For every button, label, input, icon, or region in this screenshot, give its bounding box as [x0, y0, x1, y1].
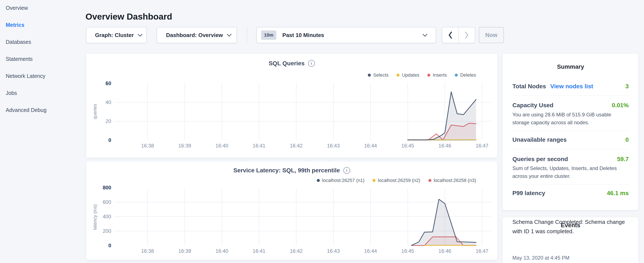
now-button[interactable]: Now [479, 27, 504, 43]
divider [512, 131, 629, 131]
x-axis-tick-label: 16:46 [430, 143, 460, 149]
legend-label: Selects [373, 72, 388, 78]
legend-item: Selects [368, 72, 388, 78]
summary-title: Summary [502, 63, 638, 70]
x-axis-tick-label: 16:45 [393, 248, 423, 254]
chart-legend: localhost:26257 (n1)localhost:26259 (n2)… [317, 178, 476, 183]
sidebar-item-advanced-debug[interactable]: Advanced Debug [6, 106, 46, 114]
y-axis-unit-label: queries [92, 104, 98, 119]
chevron-down-icon [423, 32, 428, 37]
queries-per-second-description: Sum of Selects, Updates, Inserts, and De… [512, 164, 628, 180]
event-timestamp: May 13, 2020 at 4:45 PM [512, 255, 569, 261]
chevron-right-icon [464, 31, 469, 39]
legend-label: localhost:26258 (n3) [434, 178, 476, 183]
x-axis-tick-label: 16:43 [318, 248, 348, 254]
legend-item: localhost:26259 (n2) [372, 178, 420, 183]
x-axis-tick-label: 16:44 [356, 248, 386, 254]
divider [512, 184, 629, 185]
legend-label: Deletes [460, 72, 476, 78]
x-axis-tick-label: 16:43 [318, 143, 348, 149]
capacity-used-description: You are using 28.6 MiB of 515.9 GiB usab… [512, 111, 628, 126]
chevron-left-icon [448, 31, 453, 39]
queries-per-second-value: 59.7 [617, 156, 629, 163]
y-axis-tick-label: 40 [88, 99, 111, 106]
x-axis-tick-label: 16:41 [244, 248, 274, 254]
legend-dot-icon [427, 74, 430, 77]
y-axis-tick-label: 0 [88, 137, 111, 144]
x-axis-tick-label: 16:39 [170, 248, 200, 254]
legend-dot-icon [396, 74, 400, 77]
legend-label: localhost:26259 (n2) [378, 178, 420, 183]
x-axis-tick-label: 16:41 [244, 143, 274, 149]
legend-item: Updates [396, 72, 419, 78]
legend-dot-icon [317, 179, 320, 182]
info-icon[interactable]: i [308, 60, 315, 67]
legend-dot-icon [455, 74, 458, 77]
x-axis-tick-label: 16:45 [393, 143, 423, 149]
events-panel: Events Schema Change Completed: Schema c… [502, 217, 639, 263]
chart-legend: SelectsUpdatesInsertsDeletes [368, 72, 476, 78]
sidebar-item-overview[interactable]: Overview [6, 4, 28, 12]
view-nodes-list-link[interactable]: View nodes list [550, 83, 593, 90]
time-range-badge: 10m [261, 31, 276, 40]
x-axis-tick-label: 16:40 [207, 143, 237, 149]
graph-dropdown[interactable]: Graph: Cluster [86, 27, 147, 43]
queries-per-second-label: Queries per second [512, 156, 568, 163]
x-axis-tick-label: 16:39 [170, 143, 200, 149]
sidebar-item-jobs[interactable]: Jobs [6, 89, 17, 97]
chevron-down-icon [227, 32, 232, 37]
service-latency-chart-card: Service Latency: SQL, 99th percentile i … [86, 161, 498, 260]
time-range-selector[interactable]: 10m Past 10 Minutes [256, 27, 436, 43]
total-nodes-label: Total NodesView nodes list [512, 83, 593, 90]
unavailable-ranges-label: Unavailable ranges [512, 136, 566, 143]
summary-panel: Summary Total NodesView nodes list 3 Cap… [502, 53, 639, 210]
y-axis-tick-label: 0 [88, 242, 111, 249]
sql-queries-plot: 020406016:3816:3916:4016:4116:4216:4316:… [113, 81, 496, 151]
legend-item: localhost:26257 (n1) [317, 178, 364, 183]
x-axis-tick-label: 16:44 [356, 143, 386, 149]
p99-latency-value: 46.1 ms [607, 190, 629, 197]
chart-canvas [113, 187, 496, 252]
y-axis-tick-label: 20 [88, 118, 111, 125]
x-axis-tick-label: 16:47 [467, 248, 497, 254]
p99-latency-label: P99 latency [512, 190, 545, 197]
y-axis-tick-label: 60 [88, 80, 111, 87]
info-icon[interactable]: i [343, 167, 350, 174]
x-axis-tick-label: 16:42 [281, 248, 311, 254]
chart-title: Service Latency: SQL, 99th percentile [233, 167, 340, 174]
page-title: Overview Dashboard [86, 12, 172, 22]
time-range-label: Past 10 Minutes [282, 32, 324, 39]
sidebar-item-databases[interactable]: Databases [6, 38, 31, 46]
unavailable-ranges-value: 0 [625, 136, 629, 143]
dashboard-dropdown[interactable]: Dashboard: Overview [157, 27, 237, 43]
sidebar-item-metrics[interactable]: Metrics [6, 21, 24, 29]
y-axis-tick-label: 200 [88, 228, 111, 234]
legend-label: Updates [402, 72, 419, 78]
next-time-button[interactable] [458, 28, 475, 43]
prev-time-button[interactable] [442, 28, 458, 43]
time-pager [442, 27, 475, 43]
chart-title: SQL Queries [268, 60, 304, 67]
y-axis-tick-label: 600 [88, 199, 111, 205]
chart-canvas [113, 81, 496, 147]
sidebar-item-statements[interactable]: Statements [6, 55, 32, 63]
dashboard-dropdown-label: Dashboard: Overview [166, 32, 223, 39]
legend-item: localhost:26258 (n3) [428, 178, 476, 183]
chevron-down-icon [138, 32, 143, 37]
legend-dot-icon [372, 179, 376, 182]
event-text: Schema Change Completed: Schema change w… [512, 217, 626, 236]
divider [512, 149, 629, 149]
sidebar-item-network-latency[interactable]: Network Latency [6, 72, 45, 80]
legend-dot-icon [368, 74, 371, 77]
legend-label: Inserts [433, 72, 447, 78]
legend-item: Deletes [455, 72, 476, 78]
legend-label: localhost:26257 (n1) [322, 178, 364, 183]
x-axis-tick-label: 16:47 [467, 143, 497, 149]
toolbar-divider [247, 27, 247, 43]
service-latency-plot: 020040060080016:3816:3916:4016:4116:4216… [113, 187, 496, 257]
x-axis-tick-label: 16:46 [430, 248, 460, 254]
legend-dot-icon [428, 179, 432, 182]
sidebar: OverviewMetricsDatabasesStatementsNetwor… [0, 0, 81, 263]
x-axis-tick-label: 16:40 [207, 248, 237, 254]
sql-queries-chart-card: SQL Queries i SelectsUpdatesInsertsDelet… [86, 53, 498, 158]
